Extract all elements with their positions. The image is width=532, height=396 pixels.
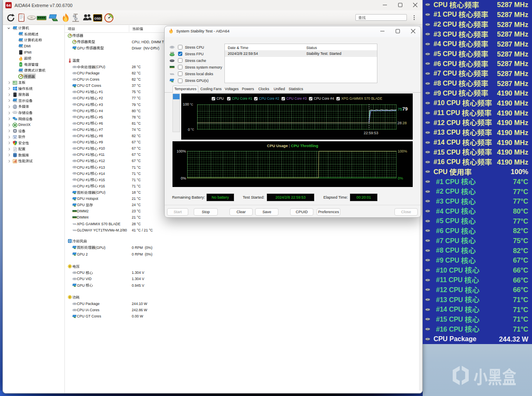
svg-text:64: 64 (6, 3, 11, 7)
svg-text:123: 123 (170, 52, 174, 54)
svg-text:OSD: OSD (94, 17, 101, 20)
